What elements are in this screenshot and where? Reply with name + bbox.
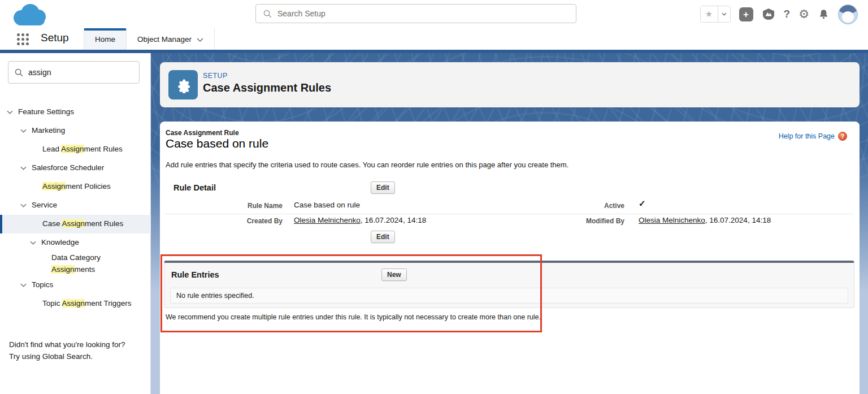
- setup-nav-bar: Setup Home Object Manager: [0, 28, 868, 50]
- quick-find-box[interactable]: [8, 61, 140, 84]
- sidebar-item-service[interactable]: Service: [0, 196, 151, 215]
- edit-button-top[interactable]: Edit: [371, 181, 395, 194]
- chevron-down-icon: [20, 200, 27, 211]
- sidebar-item-salesforce-scheduler[interactable]: Salesforce Scheduler: [0, 159, 151, 177]
- quick-add-icon[interactable]: +: [739, 7, 753, 21]
- sidebar-item-case-assignment-rules[interactable]: Case Assignment Rules: [0, 215, 151, 233]
- sidebar-item-topics[interactable]: Topics: [0, 276, 151, 295]
- rule-detail-title: Rule Detail: [173, 183, 216, 192]
- search-icon: [15, 68, 23, 77]
- chevron-down-icon: [30, 237, 36, 249]
- global-header: ★ + ? ⚙: [0, 0, 868, 28]
- edit-button-bottom[interactable]: Edit: [371, 231, 395, 243]
- record-title: Case based on rule: [166, 137, 268, 150]
- rule-entries-title: Rule Entries: [171, 270, 219, 279]
- active-checkmark-icon: ✓: [639, 198, 646, 209]
- detail-row-divider: [166, 214, 854, 214]
- sidebar-item-data-category-assignments[interactable]: Data Category Assignments: [0, 252, 151, 276]
- modified-by-label: Modified By: [499, 217, 624, 225]
- help-question-icon[interactable]: ?: [838, 132, 847, 141]
- chevron-down-icon: [7, 106, 13, 118]
- favorites-caret-icon[interactable]: [718, 6, 730, 22]
- setup-tile-gear-icon: [168, 70, 198, 99]
- chevron-down-icon: [20, 162, 27, 174]
- help-row: Help for this Page ?: [779, 132, 847, 141]
- guidance-center-icon[interactable]: [762, 7, 775, 21]
- global-search[interactable]: [255, 4, 576, 23]
- rule-entries-recommendation: We recommend you create multiple rule en…: [166, 313, 541, 321]
- sidebar-footer-text: Didn't find what you're looking for? Try…: [9, 339, 125, 362]
- sidebar-item-lead-assignment-rules[interactable]: Lead Assignment Rules: [0, 140, 151, 159]
- chevron-down-icon: [197, 35, 203, 44]
- global-search-input[interactable]: [277, 9, 576, 18]
- help-icon[interactable]: ?: [784, 8, 791, 20]
- help-for-this-page-link[interactable]: Help for this Page: [779, 132, 835, 140]
- created-by-link[interactable]: Olesia Melnichenko: [294, 216, 361, 224]
- sidebar-item-knowledge[interactable]: Knowledge: [0, 233, 151, 252]
- app-launcher-icon[interactable]: [17, 33, 32, 45]
- brand-divider: [0, 50, 868, 53]
- entity-label: Case Assignment Rule: [166, 129, 239, 137]
- search-icon: [263, 10, 272, 18]
- rule-entries-section: Rule Entries New No rule entries specifi…: [164, 261, 854, 308]
- new-rule-entry-button[interactable]: New: [381, 269, 407, 281]
- sidebar-item-assignment-policies[interactable]: Assignment Policies: [0, 177, 151, 196]
- nav-tabs: Home Object Manager: [84, 28, 215, 50]
- page-description: Add rule entries that specify the criter…: [166, 161, 568, 169]
- main-area: SETUP Case Assignment Rules Case Assignm…: [151, 53, 868, 394]
- page-title: Case Assignment Rules: [203, 81, 331, 94]
- modified-by-link[interactable]: Olesia Melnichenko: [639, 216, 705, 224]
- app-name: Setup: [41, 32, 69, 44]
- active-label: Active: [499, 202, 624, 210]
- salesforce-setup-screen: ★ + ? ⚙ Setup Home Object Manager: [0, 0, 868, 394]
- page-header-card: SETUP Case Assignment Rules: [160, 62, 860, 107]
- notifications-bell-icon[interactable]: [818, 8, 830, 20]
- sidebar-item-marketing[interactable]: Marketing: [0, 122, 151, 140]
- rule-entries-empty-message: No rule entries specified.: [170, 288, 848, 304]
- created-by-label: Created By: [160, 217, 283, 225]
- sidebar-item-feature-settings[interactable]: Feature Settings: [0, 103, 151, 122]
- content-card: Case Assignment Rule Case based on rule …: [160, 122, 860, 394]
- setup-tree: Feature SettingsMarketingLead Assignment…: [0, 103, 151, 313]
- salesforce-logo: [14, 3, 46, 25]
- tab-object-manager[interactable]: Object Manager: [127, 28, 215, 50]
- quick-find-input[interactable]: [28, 68, 139, 77]
- rule-name-label: Rule Name: [160, 202, 283, 210]
- created-by-value: Olesia Melnichenko, 16.07.2024, 14:18: [294, 216, 426, 224]
- user-avatar[interactable]: [838, 5, 858, 24]
- modified-by-value: Olesia Melnichenko, 16.07.2024, 14:18: [639, 216, 771, 224]
- chevron-down-icon: [20, 125, 27, 137]
- tab-home[interactable]: Home: [84, 28, 127, 50]
- favorites-control: ★: [700, 6, 731, 23]
- rule-name-value: Case based on rule: [294, 201, 360, 209]
- sidebar-item-topic-assignment-triggers[interactable]: Topic Assignment Triggers: [0, 295, 151, 313]
- favorites-star-icon[interactable]: ★: [701, 6, 718, 22]
- setup-sidebar: Feature SettingsMarketingLead Assignment…: [0, 53, 151, 394]
- setup-gear-icon[interactable]: ⚙: [798, 7, 809, 21]
- page-eyebrow: SETUP: [203, 72, 228, 80]
- header-actions: ★ + ? ⚙: [700, 0, 858, 28]
- chevron-down-icon: [20, 279, 27, 291]
